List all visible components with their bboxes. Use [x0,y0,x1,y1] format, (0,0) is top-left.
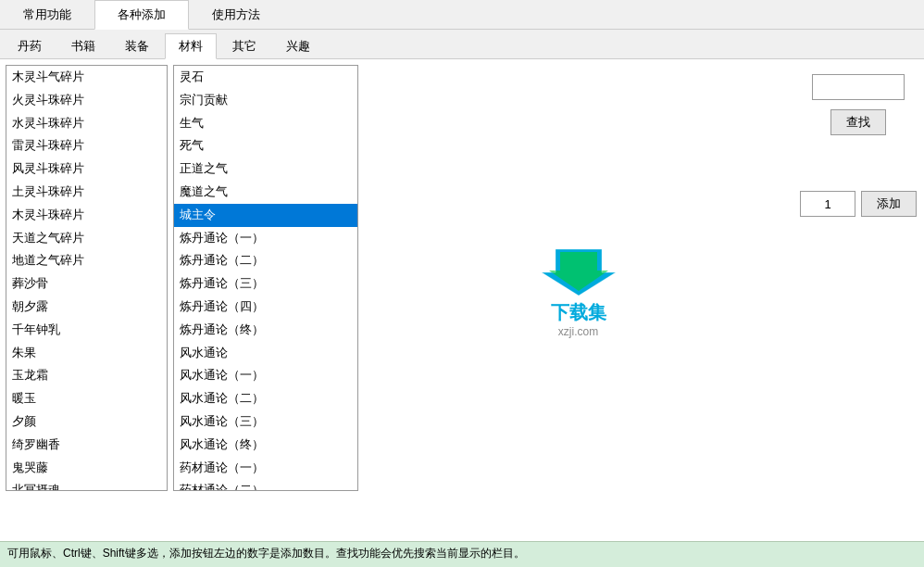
left-list-item[interactable]: 土灵斗珠碎片 [6,181,167,204]
left-list-item[interactable]: 地道之气碎片 [6,249,167,272]
left-list-item[interactable]: 木灵斗气碎片 [6,66,167,89]
quantity-input[interactable] [800,191,855,217]
middle-area: 下载集 xzji.com [364,65,793,536]
right-list[interactable]: 灵石宗门贡献生气死气正道之气魔道之气城主令炼丹通论（一）炼丹通论（二）炼丹通论（… [173,65,358,491]
sub-tab-0[interactable]: 丹药 [4,33,56,58]
right-list-item[interactable]: 炼丹通论（一） [174,227,357,250]
logo-subtext: xzji.com [558,325,598,338]
sub-tab-4[interactable]: 其它 [219,33,270,58]
right-list-item[interactable]: 风水通论（二） [174,387,357,410]
main-container: 常用功能 各种添加 使用方法 丹药 书籍 装备 材料 其它 兴趣 木灵斗气碎片火… [0,0,924,567]
right-list-item[interactable]: 风水通论（终） [174,434,357,457]
right-list-item[interactable]: 炼丹通论（三） [174,272,357,296]
status-text: 可用鼠标、Ctrl键、Shift键多选，添加按钮左边的数字是添加数目。查找功能会… [7,547,525,560]
left-list-item[interactable]: 风灵斗珠碎片 [6,158,167,181]
sub-tab-1[interactable]: 书籍 [57,33,109,58]
left-list-item[interactable]: 天道之气碎片 [6,227,167,250]
left-list-item[interactable]: 暖玉 [6,387,167,410]
content-area: 木灵斗气碎片火灵斗珠碎片水灵斗珠碎片雷灵斗珠碎片风灵斗珠碎片土灵斗珠碎片木灵斗珠… [0,59,924,541]
left-list-item[interactable]: 夕颜 [6,410,167,434]
top-nav-item-0[interactable]: 常用功能 [0,0,94,29]
sub-tab-2[interactable]: 装备 [111,33,163,58]
left-list-item[interactable]: 绮罗幽香 [6,434,167,457]
left-list-item[interactable]: 葬沙骨 [6,272,167,296]
left-list-item[interactable]: 朱果 [6,342,167,365]
status-bar: 可用鼠标、Ctrl键、Shift键多选，添加按钮左边的数字是添加数目。查找功能会… [0,541,924,567]
left-list-item[interactable]: 雷灵斗珠碎片 [6,134,167,158]
right-list-item[interactable]: 炼丹通论（四） [174,296,357,319]
right-list-item[interactable]: 风水通论（一） [174,364,357,387]
left-list-item[interactable]: 水灵斗珠碎片 [6,112,167,135]
left-list-item[interactable]: 千年钟乳 [6,319,167,342]
top-nav: 常用功能 各种添加 使用方法 [0,0,924,30]
left-list-item[interactable]: 木灵斗珠碎片 [6,204,167,227]
right-list-item[interactable]: 药材通论（二） [174,479,357,491]
left-list-item[interactable]: 鬼哭藤 [6,457,167,480]
right-list-item[interactable]: 宗门贡献 [174,89,357,112]
left-list-item[interactable]: 北冥摄魂 [6,479,167,491]
right-list-item[interactable]: 死气 [174,134,357,158]
right-list-item[interactable]: 风水通论 [174,342,357,365]
left-list-item[interactable]: 朝夕露 [6,296,167,319]
right-list-item[interactable]: 灵石 [174,66,357,89]
sub-tab-5[interactable]: 兴趣 [272,33,324,58]
logo-area: 下载集 xzji.com [542,245,616,338]
add-button[interactable]: 添加 [861,191,917,217]
left-list-item[interactable]: 玉龙霜 [6,364,167,387]
logo-icon [542,245,616,300]
right-list-item[interactable]: 炼丹通论（二） [174,249,357,272]
top-nav-item-2[interactable]: 使用方法 [189,0,283,29]
left-list-item[interactable]: 火灵斗珠碎片 [6,89,167,112]
add-row: 添加 [800,191,917,217]
right-list-item[interactable]: 炼丹通论（终） [174,319,357,342]
search-input[interactable] [812,74,905,100]
sub-tabs: 丹药 书籍 装备 材料 其它 兴趣 [0,30,924,59]
sub-tab-3[interactable]: 材料 [165,33,217,59]
right-list-item[interactable]: 魔道之气 [174,181,357,204]
right-list-item[interactable]: 风水通论（三） [174,410,357,434]
right-list-item[interactable]: 城主令 [174,204,357,227]
right-list-item[interactable]: 正道之气 [174,158,357,181]
search-button[interactable]: 查找 [830,109,886,135]
right-list-item[interactable]: 药材通论（一） [174,457,357,480]
right-panel: 查找 添加 [798,65,918,536]
right-list-item[interactable]: 生气 [174,112,357,135]
top-nav-item-1[interactable]: 各种添加 [94,0,189,30]
left-list[interactable]: 木灵斗气碎片火灵斗珠碎片水灵斗珠碎片雷灵斗珠碎片风灵斗珠碎片土灵斗珠碎片木灵斗珠… [6,65,168,491]
logo-text-main: 下载集 [551,302,606,322]
logo-main-text: 下载集 [551,300,606,325]
